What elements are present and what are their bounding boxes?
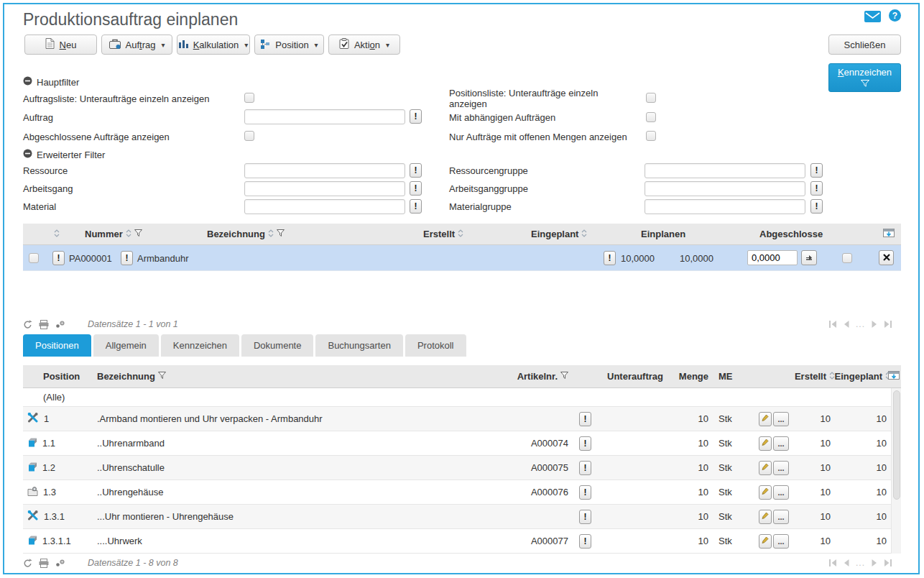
column-chooser-icon[interactable] [888, 370, 901, 382]
more-button[interactable]: ... [773, 485, 789, 500]
column-header-erstellt[interactable]: Erstellt [423, 229, 463, 239]
bezeichnung-detail-button[interactable]: ! [121, 251, 133, 265]
order-row[interactable]: ! PA000001 ! Armbanduhr ! 10,0000 10,000… [23, 245, 901, 271]
arbeitsgang-lookup-button[interactable]: ! [410, 181, 422, 196]
prev-page-icon[interactable] [844, 321, 849, 328]
artikel-detail-button[interactable]: ! [579, 485, 591, 500]
apply-button[interactable] [801, 250, 817, 265]
column-header-einplanen[interactable]: Einplanen [641, 229, 685, 239]
position-row[interactable]: 1.3.1 ...Uhr montieren - Uhrengehäuse ! … [23, 505, 891, 529]
positionsliste-checkbox[interactable] [646, 93, 656, 103]
column-header-eingeplant[interactable]: Eingeplant [835, 371, 891, 382]
more-button[interactable]: ... [773, 534, 789, 549]
schliessen-button[interactable]: Schließen [828, 35, 901, 55]
artikel-detail-button[interactable]: ! [579, 534, 591, 549]
eingeplant-detail-button[interactable]: ! [604, 251, 616, 265]
position-row[interactable]: 1 .Armband montieren und Uhr verpacken -… [23, 407, 891, 431]
abhaengige-checkbox[interactable] [646, 112, 656, 122]
column-header-menge[interactable]: Menge [655, 371, 713, 382]
artikel-detail-button[interactable]: ! [579, 412, 591, 426]
filter-funnel-icon[interactable] [560, 371, 568, 382]
more-button[interactable]: ... [773, 412, 789, 426]
scrollbar-thumb[interactable] [893, 390, 900, 500]
tab-protokoll[interactable]: Protokoll [405, 334, 466, 357]
column-header-eingeplant[interactable]: Eingeplant [531, 229, 587, 239]
refresh-icon[interactable] [23, 559, 32, 568]
material-input[interactable] [244, 199, 405, 214]
position-button[interactable]: Position ▾ [254, 35, 324, 55]
select-column-header[interactable] [54, 229, 60, 239]
next-page-icon[interactable] [872, 559, 877, 566]
erweiterter-filter-section-header[interactable]: Erweiterter Filter [23, 149, 105, 160]
filter-funnel-icon[interactable] [134, 229, 142, 239]
position-row[interactable]: 1.2 ..Uhrenschatulle A000075 ! 10 Stk ..… [23, 456, 891, 480]
kalkulation-button[interactable]: Kalkulation ▾ [177, 35, 250, 55]
arbeitsganggruppe-lookup-button[interactable]: ! [810, 181, 823, 196]
auftrag-input[interactable] [244, 109, 405, 124]
vertical-scrollbar[interactable] [891, 388, 901, 554]
prev-page-icon[interactable] [844, 559, 849, 566]
position-row[interactable]: 1.3.1.1 ....Uhrwerk A000077 ! 10 Stk ...… [23, 529, 891, 554]
abgeschlossen-checkbox[interactable] [842, 253, 852, 263]
edit-button[interactable] [759, 436, 772, 451]
last-page-icon[interactable] [884, 321, 892, 328]
ressource-lookup-button[interactable]: ! [410, 163, 422, 178]
nummer-detail-button[interactable]: ! [52, 251, 65, 265]
auftragsliste-checkbox[interactable] [244, 93, 254, 103]
help-icon[interactable]: ? [889, 9, 901, 22]
offene-mengen-checkbox[interactable] [646, 131, 656, 141]
column-header-unterauftrag[interactable]: Unterauftrag [598, 371, 655, 382]
settings-gears-icon[interactable] [55, 320, 65, 329]
next-page-icon[interactable] [872, 321, 877, 328]
position-row[interactable]: 1.3 ..Uhrengehäuse A000076 ! 10 Stk ... … [23, 480, 891, 505]
edit-button[interactable] [759, 485, 772, 500]
remove-row-button[interactable] [879, 250, 894, 265]
first-page-icon[interactable] [828, 321, 837, 328]
artikel-detail-button[interactable]: ! [579, 510, 591, 524]
edit-button[interactable] [759, 534, 772, 549]
arbeitsgang-input[interactable] [244, 181, 405, 196]
settings-gears-icon[interactable] [55, 559, 65, 567]
row-select-checkbox[interactable] [29, 253, 39, 263]
column-header-me[interactable]: ME [713, 371, 741, 382]
filter-funnel-icon[interactable] [158, 371, 166, 382]
materialgruppe-input[interactable] [645, 199, 805, 214]
positions-filter-row[interactable]: (Alle) [23, 388, 891, 407]
hauptfilter-section-header[interactable]: Hauptfilter [23, 76, 79, 88]
artikel-detail-button[interactable]: ! [579, 436, 591, 451]
edit-button[interactable] [759, 412, 772, 426]
materialgruppe-lookup-button[interactable]: ! [810, 199, 823, 214]
tab-dokumente[interactable]: Dokumente [241, 334, 313, 357]
edit-button[interactable] [759, 461, 772, 475]
column-header-bezeichnung[interactable]: Bezeichnung [95, 371, 512, 382]
einplanen-menge-input[interactable] [747, 250, 798, 265]
more-button[interactable]: ... [773, 461, 789, 475]
refresh-icon[interactable] [23, 320, 32, 329]
ressource-input[interactable] [244, 163, 405, 178]
column-chooser-icon[interactable] [883, 228, 895, 238]
first-page-icon[interactable] [828, 559, 837, 566]
filter-funnel-icon[interactable] [277, 229, 285, 239]
ressourcengruppe-input[interactable] [645, 163, 805, 178]
auftrag-button[interactable]: Auftrag ▾ [101, 35, 172, 55]
abgeschlossene-checkbox[interactable] [244, 131, 254, 141]
auftrag-lookup-button[interactable]: ! [410, 109, 422, 124]
tab-allgemein[interactable]: Allgemein [93, 334, 159, 357]
column-header-bezeichnung[interactable]: Bezeichnung [207, 229, 285, 239]
material-lookup-button[interactable]: ! [410, 199, 422, 214]
tab-buchungsarten[interactable]: Buchungsarten [315, 334, 402, 357]
edit-button[interactable] [759, 510, 772, 524]
tab-positionen[interactable]: Positionen [23, 334, 91, 357]
aktion-button[interactable]: Aktion ▾ [328, 35, 400, 55]
artikel-detail-button[interactable]: ! [579, 461, 591, 475]
more-button[interactable]: ... [773, 510, 789, 524]
column-header-nummer[interactable]: Nummer [85, 229, 142, 239]
arbeitsganggruppe-input[interactable] [645, 181, 805, 196]
column-header-position[interactable]: Position [23, 371, 95, 382]
ressourcengruppe-lookup-button[interactable]: ! [810, 163, 823, 178]
neu-button[interactable]: Neu [24, 35, 97, 55]
column-header-abgeschlossen[interactable]: Abgeschlosse [759, 229, 823, 239]
print-icon[interactable] [39, 559, 49, 568]
print-icon[interactable] [39, 320, 49, 329]
kennzeichen-button[interactable]: Kennzeichen [828, 63, 901, 92]
